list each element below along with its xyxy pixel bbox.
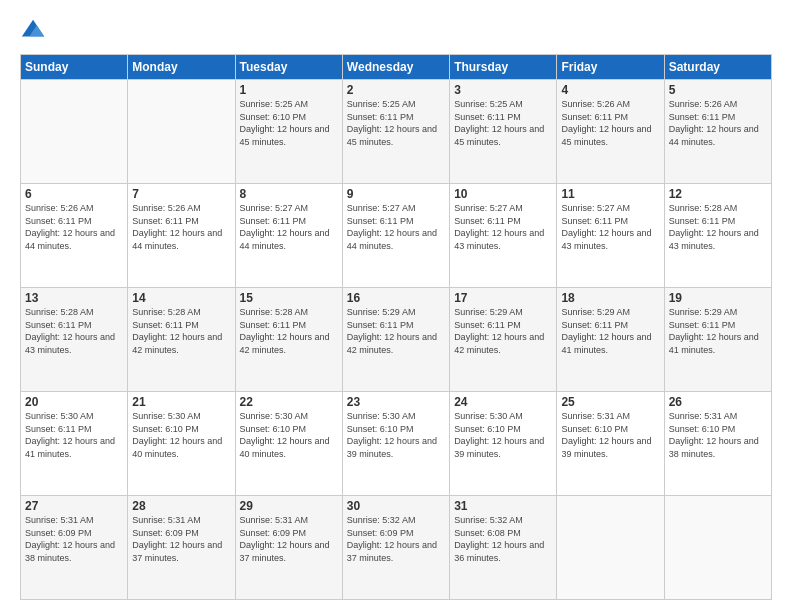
- sunset-text: Sunset: 6:11 PM: [454, 319, 552, 332]
- sunrise-text: Sunrise: 5:29 AM: [454, 306, 552, 319]
- calendar-cell: 4Sunrise: 5:26 AMSunset: 6:11 PMDaylight…: [557, 80, 664, 184]
- sunrise-text: Sunrise: 5:30 AM: [240, 410, 338, 423]
- sunrise-text: Sunrise: 5:28 AM: [132, 306, 230, 319]
- calendar-cell: 24Sunrise: 5:30 AMSunset: 6:10 PMDayligh…: [450, 392, 557, 496]
- day-number: 9: [347, 187, 445, 201]
- day-header-sunday: Sunday: [21, 55, 128, 80]
- sunrise-text: Sunrise: 5:31 AM: [240, 514, 338, 527]
- calendar-cell: 31Sunrise: 5:32 AMSunset: 6:08 PMDayligh…: [450, 496, 557, 600]
- sunrise-text: Sunrise: 5:32 AM: [347, 514, 445, 527]
- calendar-cell: 28Sunrise: 5:31 AMSunset: 6:09 PMDayligh…: [128, 496, 235, 600]
- day-number: 20: [25, 395, 123, 409]
- day-info: Sunrise: 5:31 AMSunset: 6:10 PMDaylight:…: [561, 410, 659, 460]
- day-number: 1: [240, 83, 338, 97]
- calendar-header: SundayMondayTuesdayWednesdayThursdayFrid…: [21, 55, 772, 80]
- day-number: 16: [347, 291, 445, 305]
- daylight-text: Daylight: 12 hours and 37 minutes.: [347, 539, 445, 564]
- daylight-text: Daylight: 12 hours and 43 minutes.: [669, 227, 767, 252]
- day-number: 7: [132, 187, 230, 201]
- day-info: Sunrise: 5:26 AMSunset: 6:11 PMDaylight:…: [132, 202, 230, 252]
- calendar: SundayMondayTuesdayWednesdayThursdayFrid…: [20, 54, 772, 600]
- daylight-text: Daylight: 12 hours and 42 minutes.: [240, 331, 338, 356]
- day-info: Sunrise: 5:30 AMSunset: 6:10 PMDaylight:…: [240, 410, 338, 460]
- day-info: Sunrise: 5:25 AMSunset: 6:10 PMDaylight:…: [240, 98, 338, 148]
- day-header-friday: Friday: [557, 55, 664, 80]
- sunrise-text: Sunrise: 5:29 AM: [669, 306, 767, 319]
- sunset-text: Sunset: 6:10 PM: [240, 111, 338, 124]
- daylight-text: Daylight: 12 hours and 45 minutes.: [561, 123, 659, 148]
- calendar-cell: 30Sunrise: 5:32 AMSunset: 6:09 PMDayligh…: [342, 496, 449, 600]
- page: SundayMondayTuesdayWednesdayThursdayFrid…: [0, 0, 792, 612]
- sunrise-text: Sunrise: 5:30 AM: [347, 410, 445, 423]
- daylight-text: Daylight: 12 hours and 45 minutes.: [454, 123, 552, 148]
- week-row-4: 27Sunrise: 5:31 AMSunset: 6:09 PMDayligh…: [21, 496, 772, 600]
- calendar-cell: 20Sunrise: 5:30 AMSunset: 6:11 PMDayligh…: [21, 392, 128, 496]
- sunset-text: Sunset: 6:11 PM: [240, 215, 338, 228]
- day-info: Sunrise: 5:29 AMSunset: 6:11 PMDaylight:…: [669, 306, 767, 356]
- day-number: 3: [454, 83, 552, 97]
- daylight-text: Daylight: 12 hours and 44 minutes.: [669, 123, 767, 148]
- calendar-cell: 11Sunrise: 5:27 AMSunset: 6:11 PMDayligh…: [557, 184, 664, 288]
- calendar-cell: [21, 80, 128, 184]
- sunrise-text: Sunrise: 5:27 AM: [347, 202, 445, 215]
- day-number: 10: [454, 187, 552, 201]
- sunset-text: Sunset: 6:11 PM: [347, 319, 445, 332]
- calendar-cell: [664, 496, 771, 600]
- sunset-text: Sunset: 6:11 PM: [25, 423, 123, 436]
- day-info: Sunrise: 5:31 AMSunset: 6:09 PMDaylight:…: [132, 514, 230, 564]
- calendar-cell: 9Sunrise: 5:27 AMSunset: 6:11 PMDaylight…: [342, 184, 449, 288]
- day-info: Sunrise: 5:29 AMSunset: 6:11 PMDaylight:…: [347, 306, 445, 356]
- calendar-cell: 22Sunrise: 5:30 AMSunset: 6:10 PMDayligh…: [235, 392, 342, 496]
- sunset-text: Sunset: 6:11 PM: [669, 215, 767, 228]
- day-number: 5: [669, 83, 767, 97]
- day-number: 18: [561, 291, 659, 305]
- day-info: Sunrise: 5:27 AMSunset: 6:11 PMDaylight:…: [454, 202, 552, 252]
- sunrise-text: Sunrise: 5:26 AM: [25, 202, 123, 215]
- sunset-text: Sunset: 6:09 PM: [25, 527, 123, 540]
- day-number: 4: [561, 83, 659, 97]
- daylight-text: Daylight: 12 hours and 44 minutes.: [25, 227, 123, 252]
- calendar-cell: 14Sunrise: 5:28 AMSunset: 6:11 PMDayligh…: [128, 288, 235, 392]
- sunset-text: Sunset: 6:11 PM: [561, 215, 659, 228]
- daylight-text: Daylight: 12 hours and 41 minutes.: [669, 331, 767, 356]
- sunrise-text: Sunrise: 5:25 AM: [454, 98, 552, 111]
- day-info: Sunrise: 5:30 AMSunset: 6:11 PMDaylight:…: [25, 410, 123, 460]
- day-number: 27: [25, 499, 123, 513]
- day-info: Sunrise: 5:28 AMSunset: 6:11 PMDaylight:…: [25, 306, 123, 356]
- calendar-cell: 17Sunrise: 5:29 AMSunset: 6:11 PMDayligh…: [450, 288, 557, 392]
- calendar-cell: 13Sunrise: 5:28 AMSunset: 6:11 PMDayligh…: [21, 288, 128, 392]
- calendar-cell: 27Sunrise: 5:31 AMSunset: 6:09 PMDayligh…: [21, 496, 128, 600]
- daylight-text: Daylight: 12 hours and 38 minutes.: [669, 435, 767, 460]
- sunrise-text: Sunrise: 5:27 AM: [561, 202, 659, 215]
- sunrise-text: Sunrise: 5:25 AM: [240, 98, 338, 111]
- sunrise-text: Sunrise: 5:26 AM: [669, 98, 767, 111]
- sunset-text: Sunset: 6:11 PM: [561, 319, 659, 332]
- week-row-1: 6Sunrise: 5:26 AMSunset: 6:11 PMDaylight…: [21, 184, 772, 288]
- daylight-text: Daylight: 12 hours and 40 minutes.: [132, 435, 230, 460]
- day-number: 26: [669, 395, 767, 409]
- day-info: Sunrise: 5:27 AMSunset: 6:11 PMDaylight:…: [240, 202, 338, 252]
- sunrise-text: Sunrise: 5:30 AM: [132, 410, 230, 423]
- day-info: Sunrise: 5:30 AMSunset: 6:10 PMDaylight:…: [347, 410, 445, 460]
- calendar-cell: 5Sunrise: 5:26 AMSunset: 6:11 PMDaylight…: [664, 80, 771, 184]
- day-number: 14: [132, 291, 230, 305]
- sunrise-text: Sunrise: 5:30 AM: [454, 410, 552, 423]
- day-info: Sunrise: 5:25 AMSunset: 6:11 PMDaylight:…: [454, 98, 552, 148]
- sunset-text: Sunset: 6:11 PM: [132, 215, 230, 228]
- calendar-cell: 10Sunrise: 5:27 AMSunset: 6:11 PMDayligh…: [450, 184, 557, 288]
- calendar-cell: [128, 80, 235, 184]
- day-info: Sunrise: 5:30 AMSunset: 6:10 PMDaylight:…: [454, 410, 552, 460]
- day-info: Sunrise: 5:27 AMSunset: 6:11 PMDaylight:…: [347, 202, 445, 252]
- sunset-text: Sunset: 6:10 PM: [347, 423, 445, 436]
- sunset-text: Sunset: 6:11 PM: [347, 111, 445, 124]
- calendar-cell: 7Sunrise: 5:26 AMSunset: 6:11 PMDaylight…: [128, 184, 235, 288]
- day-header-monday: Monday: [128, 55, 235, 80]
- calendar-body: 1Sunrise: 5:25 AMSunset: 6:10 PMDaylight…: [21, 80, 772, 600]
- day-header-tuesday: Tuesday: [235, 55, 342, 80]
- sunset-text: Sunset: 6:09 PM: [347, 527, 445, 540]
- calendar-cell: 2Sunrise: 5:25 AMSunset: 6:11 PMDaylight…: [342, 80, 449, 184]
- sunset-text: Sunset: 6:11 PM: [347, 215, 445, 228]
- sunset-text: Sunset: 6:08 PM: [454, 527, 552, 540]
- day-info: Sunrise: 5:31 AMSunset: 6:10 PMDaylight:…: [669, 410, 767, 460]
- daylight-text: Daylight: 12 hours and 45 minutes.: [240, 123, 338, 148]
